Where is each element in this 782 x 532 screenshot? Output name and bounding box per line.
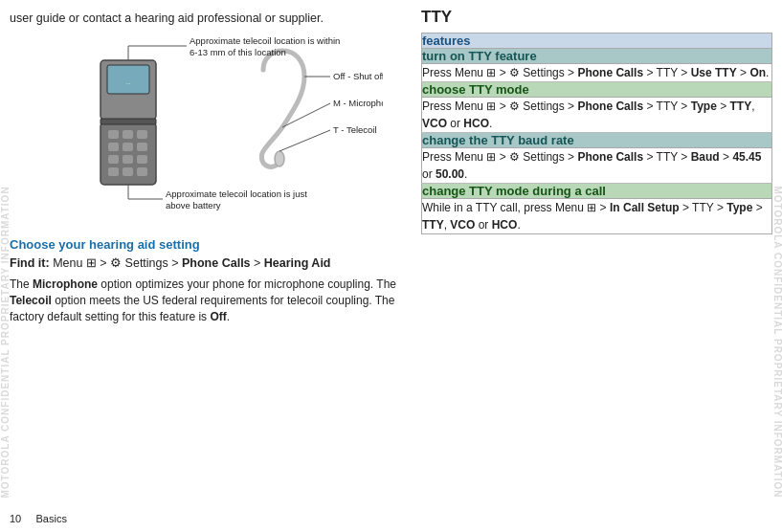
- choose-tty-header: choose TTY mode: [422, 82, 772, 98]
- tty-title: TTY: [421, 8, 772, 27]
- choose-heading: Choose your hearing aid setting: [10, 237, 398, 252]
- svg-rect-12: [137, 167, 147, 176]
- turn-on-content: Press Menu ⊞ > ⚙ Settings > Phone Calls …: [422, 64, 772, 82]
- svg-line-26: [279, 130, 330, 151]
- watermark-left: MOTOROLA CONFIDENTIAL PROPRIETARY INFORM…: [0, 186, 11, 498]
- find-it-label: Find it:: [10, 256, 50, 270]
- find-it: Find it: Menu ⊞ > ⚙ Settings > Phone Cal…: [10, 255, 398, 273]
- description: The Microphone option optimizes your pho…: [10, 277, 398, 326]
- svg-text:...: ...: [125, 79, 130, 85]
- svg-point-17: [275, 151, 284, 166]
- svg-text:T - Telecoil: T - Telecoil: [333, 124, 377, 135]
- svg-text:above battery: above battery: [166, 200, 221, 211]
- table-row-features: features: [422, 33, 772, 49]
- turn-on-header: turn on TTY feature: [422, 49, 772, 64]
- svg-rect-1: [108, 130, 119, 139]
- tty-table: features turn on TTY feature Press Menu …: [421, 33, 772, 234]
- table-row-turn-on: turn on TTY feature: [422, 49, 772, 64]
- during-call-content: While in a TTY call, press Menu ⊞ > In C…: [422, 199, 772, 234]
- left-column: user guide or contact a hearing aid prof…: [0, 0, 412, 532]
- intro-text: user guide or contact a hearing aid prof…: [10, 10, 398, 27]
- diagram-svg: ... Approximate telecoil location is wit…: [10, 36, 383, 223]
- svg-text:Approximate telecoil location : Approximate telecoil location is just: [166, 188, 307, 199]
- off-term: Off: [210, 310, 226, 323]
- svg-rect-6: [137, 143, 147, 151]
- choose-tty-content: Press Menu ⊞ > ⚙ Settings > Phone Calls …: [422, 98, 772, 133]
- right-column: TTY features turn on TTY feature Press M…: [412, 0, 782, 532]
- page-footer: 10 Basics: [10, 513, 67, 524]
- svg-rect-8: [123, 155, 133, 164]
- svg-rect-7: [108, 155, 119, 164]
- svg-rect-4: [108, 143, 119, 151]
- choose-section: Choose your hearing aid setting Find it:…: [10, 237, 398, 326]
- page-number: 10: [10, 513, 21, 524]
- svg-rect-16: [101, 119, 156, 124]
- svg-rect-10: [108, 167, 119, 176]
- during-call-header: change TTY mode during a call: [422, 184, 772, 199]
- table-row-choose-tty: choose TTY mode: [422, 82, 772, 98]
- svg-text:Off - Shut off: Off - Shut off: [333, 71, 383, 81]
- watermark-right: MOTOROLA CONFIDENTIAL PROPRIETARY INFORM…: [772, 186, 783, 498]
- svg-rect-9: [137, 155, 147, 164]
- telecoil-term: Telecoil: [10, 294, 52, 307]
- baud-header: change the TTY baud rate: [422, 133, 772, 148]
- hearing-aid-strong: Hearing Aid: [264, 256, 331, 270]
- table-row-during-call-content: While in a TTY call, press Menu ⊞ > In C…: [422, 199, 772, 234]
- features-header: features: [422, 33, 772, 49]
- baud-content: Press Menu ⊞ > ⚙ Settings > Phone Calls …: [422, 148, 772, 184]
- table-row-turn-on-content: Press Menu ⊞ > ⚙ Settings > Phone Calls …: [422, 64, 772, 82]
- svg-rect-3: [137, 130, 147, 139]
- svg-rect-2: [123, 130, 133, 139]
- table-row-baud-content: Press Menu ⊞ > ⚙ Settings > Phone Calls …: [422, 148, 772, 184]
- svg-text:6-13 mm of this location: 6-13 mm of this location: [190, 47, 286, 57]
- table-row-baud: change the TTY baud rate: [422, 133, 772, 148]
- svg-text:M - Microphone: M - Microphone: [333, 98, 383, 108]
- svg-text:Approximate telecoil location : Approximate telecoil location is within: [190, 36, 340, 46]
- table-row-during-call: change TTY mode during a call: [422, 184, 772, 199]
- device-diagram: ... Approximate telecoil location is wit…: [10, 36, 373, 228]
- phone-calls-strong: Phone Calls: [182, 256, 251, 270]
- section-label: Basics: [36, 513, 67, 524]
- svg-rect-11: [123, 167, 133, 176]
- microphone-term: Microphone: [33, 277, 98, 291]
- table-row-choose-tty-content: Press Menu ⊞ > ⚙ Settings > Phone Calls …: [422, 98, 772, 133]
- svg-rect-5: [123, 143, 133, 151]
